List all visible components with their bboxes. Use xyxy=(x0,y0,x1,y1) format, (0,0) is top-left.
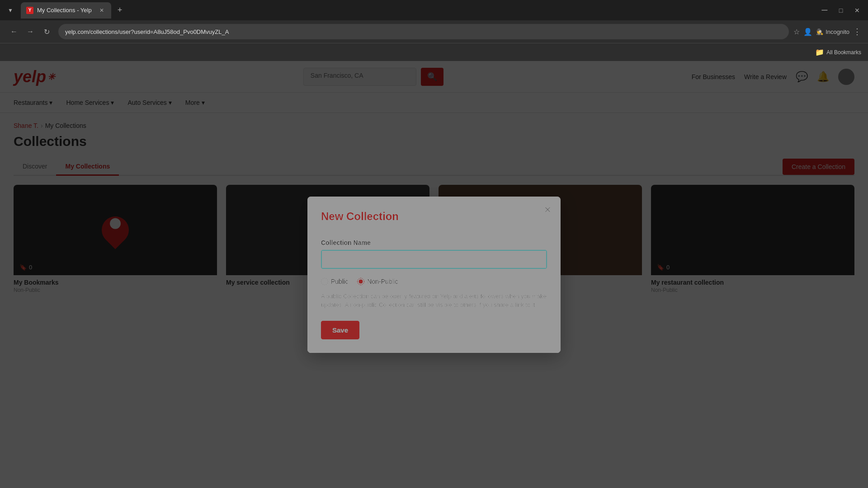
close-window-btn[interactable]: ✕ xyxy=(851,4,863,17)
profile-icon[interactable]: 👤 xyxy=(803,28,812,36)
modal-overlay: ✕ New Collection Collection Name Public … xyxy=(0,61,868,488)
incognito-hat-icon: 🕵 xyxy=(816,28,823,35)
radio-public-input[interactable] xyxy=(321,278,328,285)
incognito-label: Incognito xyxy=(826,28,849,35)
address-bar: ← → ↻ yelp.com/collections/user?userid=A… xyxy=(0,20,868,43)
active-tab[interactable]: Y My Collections - Yelp ✕ xyxy=(21,2,111,19)
save-collection-btn[interactable]: Save xyxy=(321,321,359,339)
minimize-btn[interactable]: ─ xyxy=(818,4,831,17)
privacy-radio-group: Public Non-Public xyxy=(321,278,547,285)
bookmark-icon[interactable]: ☆ xyxy=(793,28,800,36)
yelp-website: yelp ✳ San Francisco, CA 🔍 For Businesse… xyxy=(0,61,868,488)
new-collection-modal: ✕ New Collection Collection Name Public … xyxy=(307,197,561,353)
new-tab-btn[interactable]: + xyxy=(113,4,126,17)
browser-chrome: ▼ Y My Collections - Yelp ✕ + ─ □ ✕ ← xyxy=(0,0,868,61)
radio-non-public-input[interactable] xyxy=(357,278,364,285)
nav-buttons: ← → ↻ xyxy=(7,24,54,39)
collection-name-input[interactable] xyxy=(321,250,547,269)
folder-icon: 📁 xyxy=(815,48,824,56)
maximize-btn[interactable]: □ xyxy=(835,4,847,17)
tab-bar: ▼ Y My Collections - Yelp ✕ + ─ □ ✕ xyxy=(0,0,868,20)
radio-non-public-label[interactable]: Non-Public xyxy=(357,278,398,285)
url-text: yelp.com/collections/user?userid=A8uJ58o… xyxy=(65,28,229,35)
radio-non-public-text: Non-Public xyxy=(367,278,398,285)
incognito-indicator[interactable]: 🕵 Incognito xyxy=(816,28,849,35)
tab-title: My Collections - Yelp xyxy=(37,7,92,14)
reload-btn[interactable]: ↻ xyxy=(39,24,54,39)
modal-close-btn[interactable]: ✕ xyxy=(541,203,554,216)
back-btn[interactable]: ← xyxy=(7,24,21,39)
radio-public-label[interactable]: Public xyxy=(321,278,348,285)
window-controls: ─ □ ✕ xyxy=(818,4,863,17)
tab-close-btn[interactable]: ✕ xyxy=(98,6,106,14)
tab-favicon: Y xyxy=(26,7,33,14)
browser-tab-group-btn[interactable]: ▼ xyxy=(5,5,16,16)
nav-cluster: ▼ xyxy=(5,5,16,16)
collection-name-label: Collection Name xyxy=(321,239,547,246)
modal-title: New Collection xyxy=(321,210,547,230)
menu-icon[interactable]: ⋮ xyxy=(853,27,861,37)
bookmarks-folder[interactable]: 📁 All Bookmarks xyxy=(815,48,861,56)
bookmark-bar: 📁 All Bookmarks xyxy=(0,43,868,61)
url-bar[interactable]: yelp.com/collections/user?userid=A8uJ58o… xyxy=(58,24,789,39)
bookmarks-label: All Bookmarks xyxy=(826,49,861,56)
radio-public-text: Public xyxy=(331,278,348,285)
forward-btn[interactable]: → xyxy=(23,24,38,39)
privacy-description: A public Collection can be openly featur… xyxy=(321,292,547,310)
address-actions: ☆ 👤 🕵 Incognito ⋮ xyxy=(793,27,861,37)
